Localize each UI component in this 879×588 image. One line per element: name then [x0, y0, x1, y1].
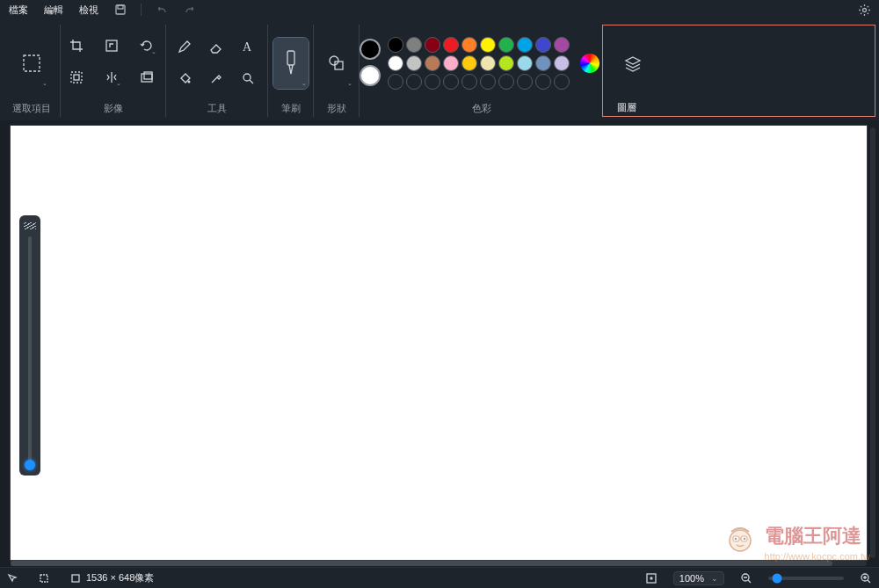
ribbon-group-layers: 圖層: [602, 25, 875, 117]
flip-tool[interactable]: ⌄: [100, 66, 123, 89]
group-label: 工具: [166, 102, 267, 115]
color-swatch-empty[interactable]: [498, 74, 514, 90]
brush-size-icon: [24, 222, 36, 229]
color-swatch-empty[interactable]: [443, 74, 459, 90]
zoom-slider[interactable]: [768, 577, 844, 580]
menu-edit[interactable]: 編輯: [42, 2, 65, 18]
color-swatch[interactable]: [498, 55, 514, 71]
color-swatch-empty[interactable]: [554, 74, 570, 90]
magnifier-tool[interactable]: [236, 67, 259, 90]
select-all-tool[interactable]: [65, 66, 88, 89]
layers-button[interactable]: [617, 39, 649, 90]
color-swatch-empty[interactable]: [406, 74, 422, 90]
color-swatch-empty[interactable]: [535, 74, 551, 90]
status-bar: 1536 × 648像素 100% ⌄: [0, 567, 879, 588]
ribbon-group-select: ⌄ 選取項目: [4, 25, 60, 117]
rotate-tool[interactable]: ⌄: [135, 34, 158, 57]
shapes-tool[interactable]: ⌄: [319, 38, 354, 89]
menu-file[interactable]: 檔案: [7, 2, 30, 18]
svg-rect-8: [144, 72, 152, 79]
svg-rect-5: [71, 72, 82, 83]
svg-rect-4: [106, 40, 117, 51]
zoom-combo[interactable]: 100% ⌄: [673, 571, 724, 585]
color-swatch[interactable]: [461, 37, 477, 53]
group-label: 筆刷: [268, 102, 313, 115]
svg-rect-1: [118, 5, 123, 9]
color-swatch[interactable]: [406, 55, 422, 71]
edit-colors-button[interactable]: [580, 54, 599, 73]
svg-rect-23: [72, 575, 79, 582]
brush-size-handle[interactable]: [25, 460, 35, 470]
color-swatch[interactable]: [425, 37, 440, 53]
group-label: 形狀: [314, 102, 359, 115]
svg-point-13: [330, 56, 338, 65]
color-swatch-empty[interactable]: [517, 74, 533, 90]
work-area: 電腦王阿達 http://www.kocpc.com.tw: [0, 120, 879, 567]
brush-tool[interactable]: ⌄: [273, 38, 309, 89]
color-swatch-empty[interactable]: [425, 74, 440, 90]
svg-rect-24: [647, 574, 656, 583]
color-swatch-empty[interactable]: [480, 74, 496, 90]
horizontal-scroll-thumb[interactable]: [11, 561, 832, 566]
zoom-in-button[interactable]: [860, 572, 872, 584]
color-swatch[interactable]: [425, 55, 440, 71]
color-swatch[interactable]: [535, 37, 551, 53]
color-swatch[interactable]: [388, 55, 403, 71]
ribbon-group-brush: ⌄ 筆刷: [267, 25, 313, 117]
color-swatch[interactable]: [406, 37, 422, 53]
ribbon-group-shapes: ⌄ 形狀: [313, 25, 359, 117]
color-swatch[interactable]: [443, 37, 459, 53]
svg-rect-3: [24, 55, 40, 71]
fit-to-window-button[interactable]: [645, 572, 657, 584]
color-swatch[interactable]: [480, 37, 496, 53]
color-swatch[interactable]: [535, 55, 551, 71]
text-tool[interactable]: A: [236, 35, 259, 58]
undo-icon[interactable]: [154, 2, 170, 18]
ribbon: ⌄ 選取項目 ⌄: [0, 19, 879, 120]
redo-icon[interactable]: [182, 2, 198, 18]
color-swatch[interactable]: [443, 55, 459, 71]
color-swatch[interactable]: [517, 37, 533, 53]
svg-point-11: [243, 74, 251, 81]
resize-tool[interactable]: [100, 34, 123, 57]
horizontal-scrollbar[interactable]: [11, 561, 867, 566]
picker-tool[interactable]: [205, 67, 228, 90]
menu-bar: 檔案 編輯 檢視: [0, 0, 879, 19]
svg-rect-14: [335, 62, 343, 69]
color-swatch[interactable]: [517, 55, 533, 71]
color-swatch[interactable]: [388, 37, 403, 53]
fill-tool[interactable]: [173, 67, 196, 90]
zoom-slider-handle[interactable]: [773, 573, 782, 583]
svg-rect-22: [40, 575, 47, 582]
save-icon[interactable]: [113, 2, 128, 18]
status-selection-size: [39, 573, 54, 584]
image-more-tool[interactable]: [135, 66, 158, 89]
group-label: 選取項目: [4, 102, 60, 115]
svg-rect-6: [74, 75, 79, 80]
color-palette: [388, 37, 570, 90]
color-swatch[interactable]: [461, 55, 477, 71]
svg-text:A: A: [243, 40, 252, 54]
color-swatch-empty[interactable]: [388, 74, 403, 90]
primary-color-swatch[interactable]: [360, 39, 381, 60]
secondary-color-swatch[interactable]: [360, 65, 381, 86]
settings-icon[interactable]: [856, 2, 872, 18]
zoom-value: 100%: [679, 573, 704, 584]
brush-size-panel: [19, 215, 40, 475]
canvas[interactable]: [11, 126, 867, 560]
menu-view[interactable]: 檢視: [77, 2, 100, 18]
zoom-out-button[interactable]: [740, 572, 752, 584]
color-swatch[interactable]: [498, 37, 514, 53]
color-swatch[interactable]: [480, 55, 496, 71]
rect-select-tool[interactable]: ⌄: [14, 38, 49, 89]
crop-tool[interactable]: [65, 34, 88, 57]
color-swatch-empty[interactable]: [461, 74, 477, 90]
pencil-tool[interactable]: [173, 35, 196, 58]
brush-size-slider[interactable]: [28, 236, 32, 468]
color-swatch[interactable]: [554, 37, 570, 53]
vertical-scrollbar[interactable]: [870, 127, 875, 558]
color-swatch[interactable]: [554, 55, 570, 71]
svg-point-25: [650, 577, 652, 579]
svg-rect-7: [142, 74, 152, 82]
eraser-tool[interactable]: [205, 35, 228, 58]
